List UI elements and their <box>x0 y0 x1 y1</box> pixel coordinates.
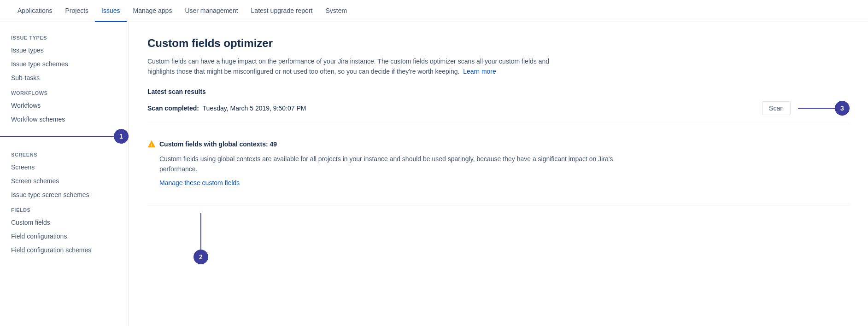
warning-title-row: ! Custom fields with global contexts: 49 <box>147 140 850 148</box>
sidebar-section-screens: SCREENS <box>0 146 129 160</box>
manage-custom-fields-link[interactable]: Manage these custom fields <box>159 179 850 186</box>
page-description: Custom fields can have a huge impact on … <box>147 56 562 77</box>
sidebar-item-issue-types[interactable]: Issue types <box>0 43 129 57</box>
scan-completed-label: Scan completed: <box>147 105 199 112</box>
nav-projects[interactable]: Projects <box>59 0 95 22</box>
nav-manage-apps[interactable]: Manage apps <box>127 0 179 22</box>
top-navigation: Applications Projects Issues Manage apps… <box>0 0 868 22</box>
sidebar-section-issue-types: ISSUE TYPES <box>0 29 129 43</box>
sidebar-section-fields: FIELDS <box>0 202 129 215</box>
annotation-line-horizontal <box>0 136 114 137</box>
sidebar-section-workflows: WORKFLOWS <box>0 85 129 99</box>
annotation-3-area: 3 <box>798 101 850 116</box>
main-content: Custom fields optimizer Custom fields ca… <box>129 22 868 326</box>
annotation-2-area: 2 <box>194 213 850 264</box>
svg-text:!: ! <box>151 142 152 147</box>
sidebar-item-field-configurations[interactable]: Field configurations <box>0 229 129 243</box>
page-title: Custom fields optimizer <box>147 37 850 50</box>
sidebar-item-workflow-schemes[interactable]: Workflow schemes <box>0 112 129 126</box>
nav-user-management[interactable]: User management <box>178 0 244 22</box>
sidebar-item-screen-schemes[interactable]: Screen schemes <box>0 174 129 188</box>
nav-system[interactable]: System <box>319 0 353 22</box>
sidebar-item-custom-fields[interactable]: Custom fields <box>0 215 129 229</box>
scan-results-header: Latest scan results <box>147 88 850 95</box>
divider-2 <box>147 205 850 205</box>
sidebar-item-screens[interactable]: Screens <box>0 160 129 174</box>
divider-1 <box>147 125 850 125</box>
sidebar: ISSUE TYPES Issue types Issue type schem… <box>0 22 129 326</box>
scan-row: Scan completed: Tuesday, March 5 2019, 9… <box>147 101 850 116</box>
annotation-1-line: 1 <box>0 126 129 146</box>
scan-completed-text: Scan completed: Tuesday, March 5 2019, 9… <box>147 105 306 112</box>
warning-icon: ! <box>147 140 156 148</box>
learn-more-link[interactable]: Learn more <box>463 68 496 75</box>
sidebar-item-sub-tasks[interactable]: Sub-tasks <box>0 71 129 85</box>
nav-issues[interactable]: Issues <box>95 0 126 22</box>
warning-title-text: Custom fields with global contexts: 49 <box>159 140 277 148</box>
nav-applications[interactable]: Applications <box>11 0 59 22</box>
page-layout: ISSUE TYPES Issue types Issue type schem… <box>0 22 868 326</box>
annotation-2-line-v <box>200 213 201 250</box>
warning-section: ! Custom fields with global contexts: 49… <box>147 133 850 194</box>
sidebar-item-issue-type-schemes[interactable]: Issue type schemes <box>0 57 129 71</box>
warning-body: Custom fields using global contexts are … <box>159 154 620 175</box>
sidebar-item-workflows[interactable]: Workflows <box>0 99 129 112</box>
scan-completed-date: Tuesday, March 5 2019, 9:50:07 PM <box>203 105 306 112</box>
nav-latest-upgrade-report[interactable]: Latest upgrade report <box>245 0 319 22</box>
sidebar-item-issue-type-screen-schemes[interactable]: Issue type screen schemes <box>0 188 129 202</box>
annotation-circle-1: 1 <box>114 129 129 144</box>
annotation-3-line <box>798 108 835 109</box>
sidebar-item-field-configuration-schemes[interactable]: Field configuration schemes <box>0 243 129 257</box>
annotation-circle-3: 3 <box>835 101 850 116</box>
annotation-circle-2: 2 <box>194 250 208 264</box>
scan-button[interactable]: Scan <box>762 101 791 115</box>
scan-action-area: Scan 3 <box>762 101 850 116</box>
